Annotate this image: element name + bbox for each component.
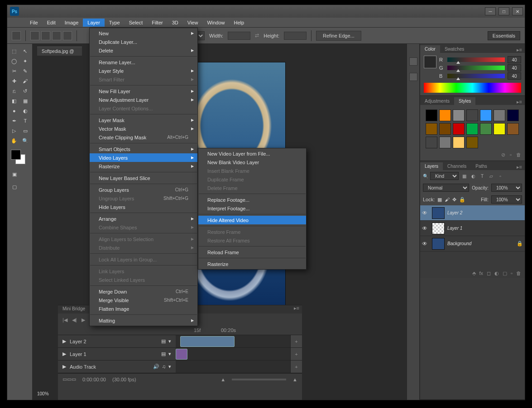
heal-tool-icon[interactable]: ✚ bbox=[9, 76, 19, 85]
style-swatch[interactable] bbox=[439, 137, 451, 148]
music-icon[interactable]: ♫ bbox=[162, 364, 166, 370]
opacity-select[interactable]: 100% bbox=[491, 184, 522, 192]
style-swatch[interactable] bbox=[507, 109, 519, 121]
b-value[interactable] bbox=[508, 72, 521, 80]
timeline-menu-icon[interactable]: ▸≡ bbox=[291, 305, 302, 313]
filter-smart-icon[interactable]: ▫ bbox=[497, 172, 504, 180]
swap-icon[interactable]: ⇄ bbox=[255, 33, 259, 38]
dodge-tool-icon[interactable]: ◐ bbox=[20, 106, 31, 115]
menuitem-create-clipping-mask[interactable]: Create Clipping MaskAlt+Ctrl+G bbox=[90, 133, 197, 142]
style-swatch[interactable] bbox=[466, 109, 478, 121]
tab-styles[interactable]: Styles bbox=[454, 97, 475, 105]
tl-zoom-slider[interactable] bbox=[232, 379, 286, 380]
fill-select[interactable]: 100% bbox=[491, 195, 522, 204]
dock-icon-1[interactable] bbox=[409, 57, 417, 66]
layer-fx-icon[interactable]: fx bbox=[479, 270, 484, 276]
menuitem-video-layers[interactable]: Video Layers▶ bbox=[90, 153, 197, 162]
menu-layer[interactable]: Layer bbox=[83, 19, 105, 27]
color-panel-menu-icon[interactable]: ▸≡ bbox=[514, 47, 525, 53]
video-clip[interactable] bbox=[180, 336, 235, 347]
filter-type-icon[interactable]: T bbox=[479, 172, 486, 180]
menuitem-rasterize[interactable]: Rasterize bbox=[198, 260, 306, 268]
menuitem-hide-layers[interactable]: Hide Layers bbox=[90, 203, 197, 211]
lock-pixels-icon[interactable]: ▦ bbox=[437, 197, 442, 203]
menu-image[interactable]: Image bbox=[60, 19, 83, 27]
style-swatch[interactable] bbox=[507, 123, 519, 135]
style-swatch[interactable] bbox=[426, 123, 437, 135]
track-menu-icon[interactable]: ▾ bbox=[168, 351, 171, 357]
tab-channels[interactable]: Channels bbox=[443, 162, 471, 170]
refine-edge-button[interactable]: Refine Edge... bbox=[316, 31, 361, 41]
move-tool-icon[interactable]: ⬚ bbox=[9, 47, 19, 56]
tl-frames-icon[interactable]: ▭▭▭ bbox=[62, 376, 76, 382]
menuitem-flatten-image[interactable]: Flatten Image bbox=[90, 304, 197, 313]
tab-color[interactable]: Color bbox=[420, 45, 440, 53]
menu-window[interactable]: Window bbox=[202, 19, 229, 27]
tab-mini-bridge[interactable]: Mini Bridge bbox=[58, 305, 90, 313]
track-add-button[interactable]: + bbox=[290, 361, 302, 373]
track-expand-icon[interactable]: ▶ bbox=[62, 351, 66, 357]
layer-filter-select[interactable]: Kind bbox=[430, 172, 459, 180]
menuitem-rename-layer-[interactable]: Rename Layer... bbox=[90, 58, 197, 66]
menu-filter[interactable]: Filter bbox=[147, 19, 167, 27]
selection-add-icon[interactable] bbox=[41, 31, 50, 40]
menuitem-group-layers[interactable]: Group LayersCtrl+G bbox=[90, 185, 197, 194]
style-swatch[interactable] bbox=[453, 123, 465, 135]
eyedropper-tool-icon[interactable]: ✎ bbox=[20, 66, 31, 76]
layer-new-icon[interactable]: ▫ bbox=[511, 270, 513, 276]
menu-edit[interactable]: Edit bbox=[43, 19, 60, 27]
lasso-tool-icon[interactable]: ◯ bbox=[9, 57, 19, 66]
track-expand-icon[interactable]: ▶ bbox=[62, 364, 66, 370]
style-clear-icon[interactable]: ⊘ bbox=[501, 152, 505, 158]
selection-new-icon[interactable] bbox=[30, 31, 39, 40]
style-swatch[interactable] bbox=[466, 137, 478, 148]
menuitem-smart-objects[interactable]: Smart Objects▶ bbox=[90, 145, 197, 153]
track-film-icon[interactable]: ▤ bbox=[161, 351, 166, 357]
layer-thumbnail[interactable] bbox=[432, 223, 445, 234]
height-input[interactable] bbox=[284, 32, 307, 40]
styles-panel-menu-icon[interactable]: ▸≡ bbox=[514, 99, 525, 105]
selection-sub-icon[interactable] bbox=[52, 31, 61, 40]
filter-shape-icon[interactable]: ▱ bbox=[488, 172, 495, 180]
visibility-icon[interactable]: 👁 bbox=[422, 225, 429, 232]
style-swatch[interactable] bbox=[466, 123, 478, 135]
color-spectrum[interactable] bbox=[424, 83, 521, 93]
style-swatch[interactable] bbox=[494, 109, 505, 121]
menuitem-new-video-layer-from-file-[interactable]: New Video Layer from File... bbox=[198, 149, 306, 158]
menuitem-reload-frame[interactable]: Reload Frame bbox=[198, 248, 306, 256]
tl-prev-icon[interactable]: ◀| bbox=[72, 317, 77, 323]
menuitem-interpret-footage-[interactable]: Interpret Footage... bbox=[198, 204, 306, 213]
menu-view[interactable]: View bbox=[183, 19, 203, 27]
filter-adjust-icon[interactable]: ◐ bbox=[470, 172, 477, 180]
track-menu-icon[interactable]: ▾ bbox=[168, 338, 171, 344]
tool-preset-icon[interactable] bbox=[12, 31, 21, 40]
menu-type[interactable]: Type bbox=[105, 19, 125, 27]
menuitem-merge-down[interactable]: Merge DownCtrl+E bbox=[90, 287, 197, 296]
r-slider[interactable] bbox=[447, 57, 505, 62]
crop-tool-icon[interactable]: ✂ bbox=[9, 66, 19, 76]
document-tab[interactable]: Softpedia.jpg @ bbox=[37, 47, 82, 56]
menu-file[interactable]: File bbox=[25, 19, 43, 27]
selection-intersect-icon[interactable] bbox=[63, 31, 72, 40]
transition-clip[interactable] bbox=[176, 349, 187, 360]
track-menu-icon[interactable]: ▾ bbox=[168, 364, 171, 370]
menuitem-hide-altered-video[interactable]: Hide Altered Video bbox=[198, 216, 306, 224]
tab-paths[interactable]: Paths bbox=[471, 162, 492, 170]
menuitem-new[interactable]: New▶ bbox=[90, 29, 197, 38]
visibility-icon[interactable]: 👁 bbox=[422, 241, 429, 247]
menuitem-layer-mask[interactable]: Layer Mask▶ bbox=[90, 116, 197, 124]
hand-tool-icon[interactable]: ✋ bbox=[9, 136, 19, 145]
b-slider[interactable] bbox=[447, 74, 505, 78]
tl-zoom-in-icon[interactable]: ▲ bbox=[292, 377, 297, 382]
workspace-switcher[interactable]: Essentials bbox=[488, 31, 520, 40]
style-swatch[interactable] bbox=[480, 109, 492, 121]
color-preview[interactable] bbox=[424, 56, 436, 68]
timeline-ruler[interactable]: 15f 00:20s bbox=[58, 326, 302, 335]
tab-adjustments[interactable]: Adjustments bbox=[420, 97, 454, 105]
style-delete-icon[interactable]: 🗑 bbox=[516, 152, 521, 158]
menu-3d[interactable]: 3D bbox=[168, 19, 183, 27]
menu-help[interactable]: Help bbox=[230, 19, 249, 27]
lock-pos-icon[interactable]: ✥ bbox=[452, 197, 456, 203]
layer-thumbnail[interactable] bbox=[432, 207, 445, 219]
stamp-tool-icon[interactable]: ⎌ bbox=[9, 86, 19, 95]
